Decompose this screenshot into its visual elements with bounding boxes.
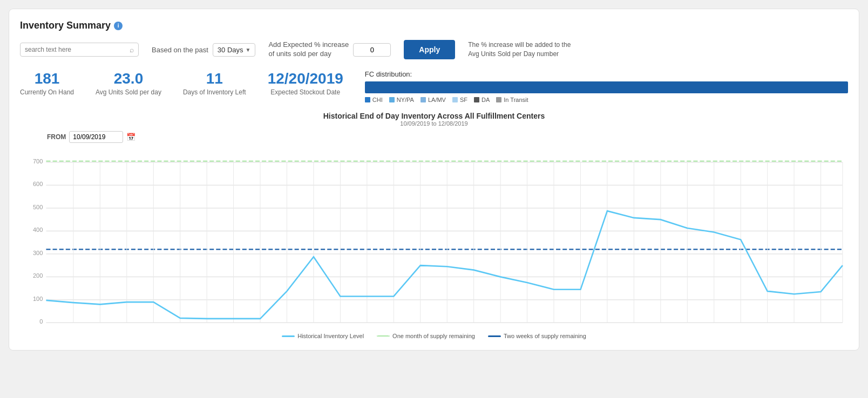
- days-option: 30 Days: [218, 46, 243, 54]
- from-date-input[interactable]: [69, 131, 123, 143]
- increase-section: Add Expected % increaseof units sold per…: [268, 40, 391, 59]
- chart-subtitle: 10/09/2019 to 12/08/2019: [20, 120, 848, 127]
- legend-sf: SF: [452, 97, 467, 103]
- toolbar: ⌕ Based on the past 30 Days ▼ Add Expect…: [20, 40, 848, 59]
- fc-legend: CHI NY/PA LA/MV SF DA: [365, 97, 848, 103]
- svg-text:700: 700: [33, 158, 43, 164]
- svg-text:100: 100: [33, 296, 43, 302]
- legend-chi: CHI: [365, 97, 383, 103]
- legend-two-weeks: Two weeks of supply remaining: [488, 333, 586, 339]
- da-color-dot: [474, 97, 479, 102]
- legend-two-weeks-line: [488, 335, 501, 337]
- chart-section: Historical End of Day Inventory Across A…: [20, 112, 848, 339]
- legend-one-month-line: [377, 335, 390, 337]
- legend-da: DA: [474, 97, 490, 103]
- legend-historical-line: [282, 335, 295, 337]
- lamv-color-dot: [421, 97, 426, 102]
- fc-bar: [365, 81, 848, 93]
- svg-text:300: 300: [33, 250, 43, 256]
- calendar-icon[interactable]: 📅: [126, 133, 135, 141]
- chi-label: CHI: [372, 97, 383, 103]
- chart-legend: Historical Inventory Level One month of …: [20, 333, 848, 339]
- fc-distribution-section: FC distribution: CHI NY/PA LA/MV SF: [365, 70, 848, 103]
- sf-label: SF: [460, 97, 467, 103]
- legend-two-weeks-label: Two weeks of supply remaining: [504, 333, 586, 339]
- from-label: FROM: [47, 133, 66, 141]
- info-icon[interactable]: i: [114, 22, 123, 30]
- metric-label-avg-units: Avg Units Sold per day: [96, 88, 161, 96]
- metric-days-left: 11 Days of Inventory Left: [183, 70, 246, 96]
- metric-label-days-left: Days of Inventory Left: [183, 88, 246, 96]
- legend-historical-label: Historical Inventory Level: [297, 333, 364, 339]
- legend-one-month-label: One month of supply remaining: [392, 333, 475, 339]
- search-input[interactable]: [25, 46, 130, 53]
- page-title: Inventory Summary: [20, 20, 111, 31]
- da-label: DA: [482, 97, 490, 103]
- metric-value-avg-units: 23.0: [96, 70, 161, 87]
- legend-nypa: NY/PA: [389, 97, 414, 103]
- metric-label-on-hand: Currently On Hand: [20, 88, 74, 96]
- inventory-line: [46, 211, 842, 319]
- in-transit-color-dot: [496, 97, 501, 102]
- metric-value-days-left: 11: [183, 70, 246, 87]
- increase-input[interactable]: [353, 43, 391, 57]
- days-dropdown[interactable]: 30 Days ▼: [213, 43, 256, 57]
- metric-on-hand: 181 Currently On Hand: [20, 70, 74, 96]
- fc-distribution-label: FC distribution:: [365, 70, 848, 78]
- chevron-down-icon: ▼: [246, 47, 251, 53]
- chart-title: Historical End of Day Inventory Across A…: [20, 112, 848, 120]
- legend-one-month: One month of supply remaining: [377, 333, 475, 339]
- hint-text: The % increase will be added to the Avg …: [468, 40, 576, 59]
- chi-color-dot: [365, 97, 370, 102]
- chart-svg: 0 100 200 300 400 500 600 700: [20, 145, 848, 328]
- svg-text:500: 500: [33, 204, 43, 210]
- metric-value-on-hand: 181: [20, 70, 74, 87]
- search-icon[interactable]: ⌕: [130, 45, 134, 54]
- nypa-color-dot: [389, 97, 395, 102]
- svg-text:600: 600: [33, 181, 43, 187]
- legend-lamv: LA/MV: [421, 97, 446, 103]
- increase-label: Add Expected % increaseof units sold per…: [268, 40, 349, 59]
- metric-value-stockout: 12/20/2019: [268, 70, 343, 87]
- legend-in-transit: In Transit: [496, 97, 528, 103]
- svg-text:200: 200: [33, 272, 43, 279]
- search-box[interactable]: ⌕: [20, 43, 139, 57]
- chart-area: 0 100 200 300 400 500 600 700: [20, 145, 848, 328]
- lamv-label: LA/MV: [428, 97, 446, 103]
- legend-historical: Historical Inventory Level: [282, 333, 364, 339]
- apply-button[interactable]: Apply: [404, 40, 455, 59]
- metric-label-stockout: Expected Stockout Date: [268, 88, 343, 96]
- svg-text:400: 400: [33, 227, 43, 233]
- chart-from-row: FROM 📅: [47, 131, 848, 143]
- metrics-section: 181 Currently On Hand 23.0 Avg Units Sol…: [20, 70, 848, 103]
- in-transit-label: In Transit: [504, 97, 528, 103]
- svg-text:0: 0: [39, 318, 43, 325]
- metric-stockout-date: 12/20/2019 Expected Stockout Date: [268, 70, 343, 96]
- nypa-label: NY/PA: [397, 97, 414, 103]
- metric-avg-units: 23.0 Avg Units Sold per day: [96, 70, 161, 96]
- sf-color-dot: [452, 97, 458, 102]
- based-on-section: Based on the past 30 Days ▼: [152, 43, 255, 57]
- based-on-label: Based on the past: [152, 46, 208, 54]
